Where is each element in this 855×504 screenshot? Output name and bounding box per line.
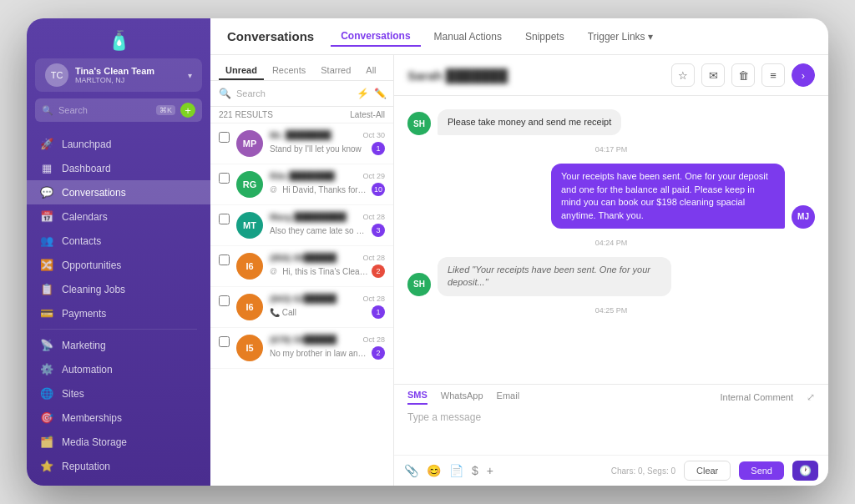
menu-button[interactable]: ≡ bbox=[761, 63, 785, 87]
expand-icon[interactable]: ⤢ bbox=[807, 391, 815, 403]
tab-email[interactable]: Email bbox=[497, 391, 520, 404]
sidebar-item-conversations[interactable]: 💬 Conversations bbox=[27, 180, 210, 204]
sidebar-item-media-storage[interactable]: 🗂️ Media Storage bbox=[27, 430, 210, 454]
star-button[interactable]: ☆ bbox=[671, 63, 695, 87]
document-icon[interactable]: 📄 bbox=[449, 464, 463, 477]
avatar: I6 bbox=[236, 253, 263, 280]
avatar: TC bbox=[45, 63, 68, 87]
sender-avatar: MJ bbox=[792, 205, 815, 229]
emoji-icon[interactable]: 😊 bbox=[427, 464, 441, 477]
conv-preview: 📞 Call bbox=[270, 308, 368, 317]
search-shortcut: ⌘K bbox=[156, 105, 175, 115]
sidebar-item-label: Marketing bbox=[62, 340, 106, 351]
add-button[interactable]: + bbox=[180, 103, 195, 118]
chat-contact-name: Sarah ███████ bbox=[407, 68, 663, 83]
sidebar-item-memberships[interactable]: 🎯 Memberships bbox=[27, 406, 210, 430]
message-input[interactable] bbox=[407, 411, 815, 445]
search-input[interactable] bbox=[58, 105, 151, 115]
conv-date: Oct 28 bbox=[362, 254, 385, 262]
list-item[interactable]: MP Mr. ███████ Oct 30 Stand by I'll let … bbox=[210, 123, 393, 164]
sidebar-item-label: Cleaning Jobs bbox=[62, 284, 125, 295]
list-item[interactable]: MT Marg ████████ Oct 28 Also they came l… bbox=[210, 205, 393, 246]
tab-starred[interactable]: Starred bbox=[314, 62, 357, 80]
avatar: MT bbox=[236, 212, 263, 239]
list-item[interactable]: I5 (678) 59█████ Oct 28 No my brother in… bbox=[210, 328, 393, 369]
conv-name: (843) 62█████ bbox=[270, 294, 336, 304]
unread-badge: 1 bbox=[372, 142, 385, 155]
sidebar-item-label: Opportunities bbox=[62, 260, 121, 271]
sidebar-item-label: Reputation bbox=[62, 461, 110, 472]
sidebar-item-cleaning-jobs[interactable]: 📋 Cleaning Jobs bbox=[27, 277, 210, 301]
avatar: MP bbox=[236, 130, 263, 157]
conversations-icon: 💬 bbox=[40, 186, 53, 199]
sidebar-item-label: Media Storage bbox=[62, 436, 127, 448]
sidebar-logo: 🧴 bbox=[27, 18, 210, 58]
sidebar-item-launchpad[interactable]: 🚀 Launchpad bbox=[27, 132, 210, 156]
expand-button[interactable]: › bbox=[792, 63, 815, 87]
sidebar-item-sites[interactable]: 🌐 Sites bbox=[27, 381, 210, 406]
sidebar-item-label: Conversations bbox=[62, 187, 126, 199]
conv-checkbox[interactable] bbox=[219, 295, 230, 306]
conv-search-input[interactable] bbox=[236, 88, 352, 98]
sidebar-item-label: Sites bbox=[62, 388, 84, 400]
message-bubble: Your receipts have been sent. One for yo… bbox=[551, 164, 785, 229]
calendars-icon: 📅 bbox=[40, 210, 53, 223]
sidebar-item-calendars[interactable]: 📅 Calendars bbox=[27, 204, 210, 229]
conv-date: Oct 30 bbox=[362, 131, 385, 139]
unread-badge: 3 bbox=[372, 224, 385, 237]
conv-preview: Also they came late so my sched... bbox=[270, 226, 368, 235]
tab-all[interactable]: All bbox=[359, 62, 382, 80]
tab-recents[interactable]: Recents bbox=[266, 62, 312, 80]
message-bubble: Please take money and send me receipt bbox=[438, 109, 621, 135]
sidebar-item-dashboard[interactable]: ▦ Dashboard bbox=[27, 156, 210, 180]
send-button[interactable]: Send bbox=[739, 461, 784, 480]
email-button[interactable]: ✉ bbox=[701, 63, 725, 87]
sidebar-item-marketing[interactable]: 📡 Marketing bbox=[27, 333, 210, 357]
tab-trigger-links[interactable]: Trigger Links ▾ bbox=[578, 28, 663, 46]
conv-name: Rile ███████ bbox=[270, 171, 335, 181]
conv-checkbox[interactable] bbox=[219, 132, 230, 143]
sidebar-item-label: Payments bbox=[62, 308, 106, 320]
sidebar-item-reputation[interactable]: ⭐ Reputation bbox=[27, 454, 210, 478]
attach-icon[interactable]: 📎 bbox=[404, 464, 418, 477]
filter-icon[interactable]: ⚡ bbox=[357, 88, 369, 99]
list-item[interactable]: I6 (856) 89█████ Oct 28 @ Hi, this is Ti… bbox=[210, 246, 393, 287]
list-item[interactable]: I6 (843) 62█████ Oct 28 📞 Call 1 bbox=[210, 287, 393, 328]
dollar-icon[interactable]: $ bbox=[472, 464, 478, 477]
send-schedule-button[interactable]: 🕐 bbox=[792, 461, 818, 481]
tab-manual-actions[interactable]: Manual Actions bbox=[424, 28, 512, 46]
list-item[interactable]: RG Rile ███████ Oct 29 @ Hi David, Thank… bbox=[210, 164, 393, 205]
sidebar-item-settings[interactable]: ⚙ Settings bbox=[27, 478, 210, 486]
sidebar-account[interactable]: TC Tina's Clean Team MARLTON, NJ ▾ bbox=[35, 58, 202, 92]
sidebar-item-contacts[interactable]: 👥 Contacts bbox=[27, 229, 210, 253]
memberships-icon: 🎯 bbox=[40, 411, 53, 424]
add-icon[interactable]: + bbox=[487, 464, 493, 477]
tab-whatsapp[interactable]: WhatsApp bbox=[441, 391, 483, 404]
chat-input-footer: 📎 😊 📄 $ + Chars: 0, Segs: 0 Clear Send 🕐 bbox=[394, 455, 828, 486]
internal-comment-label[interactable]: Internal Comment bbox=[721, 392, 793, 402]
dashboard-icon: ▦ bbox=[40, 162, 53, 174]
sidebar-item-payments[interactable]: 💳 Payments bbox=[27, 301, 210, 325]
edit-icon[interactable]: ✏️ bbox=[374, 88, 387, 99]
sender-avatar: SH bbox=[407, 273, 431, 296]
conv-checkbox[interactable] bbox=[219, 255, 230, 265]
delete-button[interactable]: 🗑 bbox=[731, 63, 755, 87]
message-time: 04:17 PM bbox=[407, 145, 815, 154]
conv-checkbox[interactable] bbox=[219, 336, 230, 347]
opportunities-icon: 🔀 bbox=[40, 259, 53, 271]
tab-snippets[interactable]: Snippets bbox=[515, 28, 574, 46]
sidebar-item-automation[interactable]: ⚙️ Automation bbox=[27, 357, 210, 381]
chevron-down-icon: ▾ bbox=[188, 71, 192, 80]
conv-checkbox[interactable] bbox=[219, 214, 230, 224]
conv-search-container: 🔍 ⚡ ✏️ bbox=[210, 81, 393, 107]
tab-conversations[interactable]: Conversations bbox=[331, 27, 420, 47]
conv-checkbox[interactable] bbox=[219, 173, 230, 184]
sidebar-item-label: Launchpad bbox=[62, 139, 111, 150]
sidebar-item-label: Dashboard bbox=[62, 163, 111, 174]
tab-sms[interactable]: SMS bbox=[407, 390, 428, 405]
tab-unread[interactable]: Unread bbox=[219, 62, 264, 80]
account-location: MARLTON, NJ bbox=[75, 76, 188, 84]
sidebar-item-opportunities[interactable]: 🔀 Opportunities bbox=[27, 253, 210, 277]
sort-label[interactable]: Latest-All bbox=[350, 110, 385, 119]
clear-button[interactable]: Clear bbox=[684, 461, 731, 481]
